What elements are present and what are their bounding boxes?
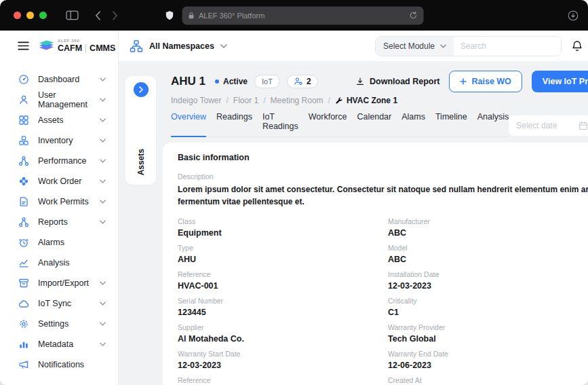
field-label: Description (178, 172, 588, 181)
status-badge: Active (215, 77, 248, 86)
description-value: Lorem ipsum dolor sit amet consectetur. … (178, 183, 588, 208)
privacy-shield-icon[interactable] (165, 10, 174, 20)
raise-wo-button[interactable]: Raise WO (449, 71, 522, 92)
close-window-button[interactable] (14, 12, 21, 19)
dashboard-icon (18, 74, 29, 85)
traffic-lights (14, 12, 47, 19)
field-model: ModelABC (388, 244, 588, 264)
tab-alams[interactable]: Alams (401, 112, 425, 136)
address-bar[interactable]: ALEF 360° Platform (182, 6, 423, 24)
breadcrumb-current-label: HVAC Zone 1 (347, 96, 397, 105)
date-picker[interactable] (509, 115, 588, 136)
header-right: Select Module (375, 36, 588, 56)
download-report-button[interactable]: Download Report (355, 77, 439, 86)
sidebar-item-notifications[interactable]: Notifications (0, 354, 118, 375)
status-dot (215, 79, 219, 84)
tab-readings[interactable]: Readings (216, 112, 252, 136)
namespace-selector[interactable]: All Namespaces (130, 39, 227, 53)
browser-back-icon[interactable] (95, 11, 101, 20)
description-field: Description Lorem ipsum dolor sit amet c… (178, 172, 588, 208)
hamburger-menu-icon[interactable] (18, 41, 29, 50)
sidebar-item-iot-sync[interactable]: IoT Sync (0, 293, 118, 314)
sidebar-item-import-export[interactable]: Import/Export (0, 273, 118, 293)
sidebar-item-label: Alarms (38, 238, 64, 247)
rail-assets-label[interactable]: Assets (136, 149, 146, 175)
chevron-down-icon (100, 98, 106, 102)
field-reference-2: ReferenceReference 01 (178, 376, 388, 385)
sidebar-item-label: Inventory (38, 136, 73, 145)
breadcrumb-item[interactable]: Floor 1 (233, 96, 271, 105)
sidebar-item-label: Dashboard (38, 75, 79, 84)
sidebar-item-label: Work Permits (38, 197, 89, 206)
breadcrumb-item[interactable]: Indeigo Tower (171, 96, 233, 105)
sidebar-item-metadata[interactable]: Metadata (0, 334, 118, 354)
tab-overview[interactable]: Overview (171, 112, 206, 137)
module-select-dropdown[interactable]: Select Module (376, 37, 454, 56)
namespace-hierarchy-icon (130, 39, 143, 53)
downloads-icon[interactable] (568, 10, 579, 21)
basic-information-card: Basic information Description Lorem ipsu… (163, 143, 588, 385)
reload-icon[interactable] (409, 12, 417, 20)
sidebar-item-settings[interactable]: Settings (0, 314, 118, 334)
minimize-window-button[interactable] (26, 12, 34, 19)
gear-icon (18, 318, 29, 329)
sidebar-item-assets[interactable]: Assets (0, 110, 118, 130)
tab-iot-readings[interactable]: IoT Readings (262, 112, 298, 136)
alarm-clock-icon (18, 237, 29, 248)
header-actions: Download Report Raise WO View IoT Pr (355, 71, 588, 92)
sidebar-item-dashboard[interactable]: Dashboard (0, 69, 118, 90)
sidebar-item-reports[interactable]: Reports (0, 212, 118, 232)
sidebar-nav: Dashboard User Management Assets Invento… (0, 61, 119, 385)
browser-chrome: ALEF 360° Platform (0, 0, 588, 31)
zoom-window-button[interactable] (39, 12, 47, 19)
namespace-label: All Namespaces (149, 41, 214, 51)
browser-sidebar-toggle-icon[interactable] (66, 10, 79, 20)
view-iot-profile-button[interactable]: View IoT Pr (532, 71, 588, 92)
field-warranty-start-date: Warranty Start Date12-03-2023 (178, 350, 388, 370)
user-gear-icon (294, 77, 303, 86)
date-picker-input[interactable] (516, 121, 577, 130)
chevron-down-icon (100, 77, 106, 81)
download-icon (355, 77, 365, 86)
sidebar-item-label: Performance (38, 156, 87, 166)
tab-workforce[interactable]: Workforce (309, 112, 347, 136)
tab-timeline[interactable]: Timeline (435, 112, 467, 136)
chevron-right-icon (138, 86, 144, 93)
asset-title-row: AHU 1 Active IoT 2 (163, 71, 588, 92)
app-logo[interactable]: ALEF 360 CAFM CMMS (37, 38, 115, 54)
chevron-down-icon (100, 139, 106, 143)
breadcrumb-current[interactable]: HVAC Zone 1 (335, 96, 397, 105)
fields-grid: ClassEquipment ManufacturerABC TypeAHU M… (178, 217, 588, 385)
tab-calendar[interactable]: Calendar (357, 112, 391, 136)
people-count-badge[interactable]: 2 (287, 75, 318, 88)
sidebar-item-performance[interactable]: Performance (0, 151, 118, 171)
sidebar-item-inventory[interactable]: Inventory (0, 130, 118, 151)
bar-chart-icon (18, 339, 29, 350)
field-created-at: Created At12-03-2023 (388, 376, 588, 385)
field-supplier: SupplierAl Motaheda Co. (178, 323, 388, 344)
brand-sub-text: CMMS (85, 44, 115, 53)
sidebar-item-work-order[interactable]: Work Order (0, 171, 118, 191)
field-class: ClassEquipment (178, 217, 388, 238)
breadcrumb-item[interactable]: Meeting Room (271, 96, 335, 105)
iot-badge: IoT (254, 75, 280, 88)
card-title: Basic information (178, 153, 588, 162)
field-warranty-provider: Warranty ProviderTech Global (388, 323, 588, 344)
sidebar-item-analysis[interactable]: Analysis (0, 253, 118, 273)
field-serial-number: Serial Number123445 (178, 297, 388, 317)
bell-icon[interactable] (572, 40, 583, 52)
plus-icon (460, 78, 467, 85)
sidebar-item-user-management[interactable]: User Management (0, 90, 118, 110)
sidebar-item-label: IoT Sync (38, 299, 71, 308)
search-input[interactable] (454, 37, 561, 56)
browser-forward-icon[interactable] (112, 11, 118, 20)
raise-wo-label: Raise WO (471, 77, 511, 86)
sidebar-item-work-permits[interactable]: Work Permits (0, 191, 118, 212)
sidebar-item-label: Notifications (38, 360, 84, 369)
chevron-down-icon (440, 44, 446, 48)
line-chart-icon (18, 257, 29, 268)
main-content: Assets AHU 1 Active IoT 2 (119, 61, 588, 385)
sidebar-item-alarms[interactable]: Alarms (0, 232, 118, 253)
tab-analysis[interactable]: Analysis (477, 112, 509, 136)
rail-expand-button[interactable] (134, 82, 149, 97)
